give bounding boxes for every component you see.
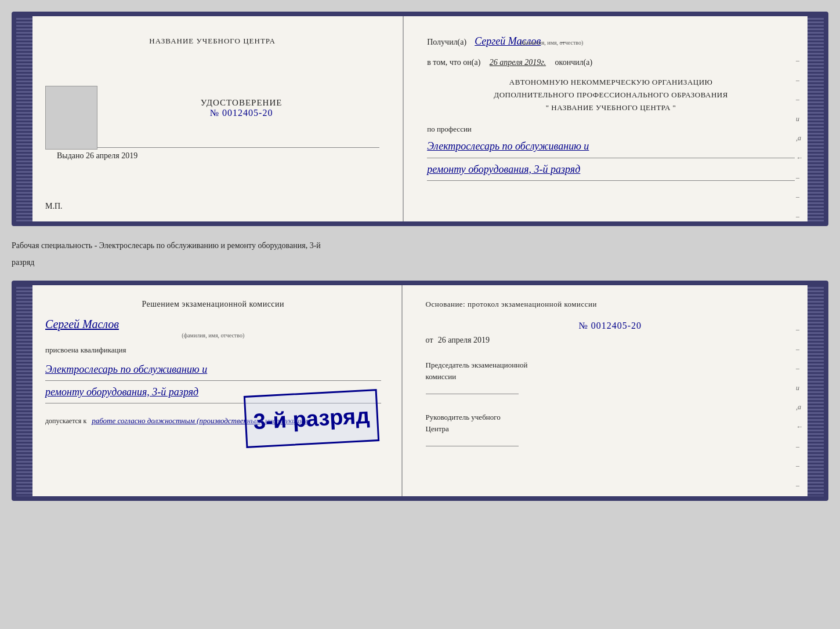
predsedatel-line2: комиссии	[426, 371, 795, 383]
org-line2: ДОПОЛНИТЕЛЬНОГО ПРОФЕССИОНАЛЬНОГО ОБРАЗО…	[427, 89, 795, 101]
org-line1: АВТОНОМНУЮ НЕКОММЕРЧЕСКУЮ ОРГАНИЗАЦИЮ	[427, 76, 795, 89]
v-tom-line: в том, что он(а) 26 апреля 2019г. окончи…	[427, 58, 795, 67]
dopuskaetsya-prefix: допускается к	[45, 417, 86, 425]
rukovoditel-signature-line	[426, 446, 519, 446]
v-tom-date: 26 апреля 2019г.	[490, 58, 546, 67]
qualification-line1: Электрослесарь по обслуживанию и	[45, 359, 381, 381]
right-edge-dashes: –––и,а←–––	[796, 51, 803, 226]
predsedatel-label: Председатель экзаменационной комиссии	[426, 359, 795, 394]
udostoverenie-label: УДОСТОВЕРЕНИЕ	[103, 98, 379, 108]
profession-line1: Электрослесарь по обслуживанию и	[427, 137, 795, 158]
rukovoditel-line2: Центра	[426, 423, 795, 435]
certificate-card-1: НАЗВАНИЕ УЧЕБНОГО ЦЕНТРА УДОСТОВЕРЕНИЕ №…	[12, 12, 828, 226]
vydano-date: 26 апреля 2019	[86, 151, 137, 160]
between-text: Рабочая специальность - Электрослесарь п…	[12, 237, 828, 270]
stamp-text: 3-й разряд	[252, 403, 370, 434]
poluchil-label: Получил(а)	[427, 38, 466, 46]
rukovoditel-label: Руководитель учебного Центра	[426, 412, 795, 446]
card2-left-panel: Решением экзаменационной комиссии Сергей…	[16, 285, 403, 496]
protocol-number: № 0012405-20	[426, 321, 795, 331]
udostoverenie-block: УДОСТОВЕРЕНИЕ № 0012405-20	[103, 98, 379, 118]
predsedatel-line1: Председатель экзаменационной	[426, 359, 795, 371]
predsedatel-signature-line	[426, 394, 519, 394]
profession-line2: ремонту оборудования, 3-й разряд	[427, 160, 795, 181]
card1-right-panel: Получил(а) Сергей Маслов – (фамилия, имя…	[404, 16, 824, 221]
vydano-label: Выдано	[57, 151, 84, 160]
center-title-1: НАЗВАНИЕ УЧЕБНОГО ЦЕНТРА	[45, 37, 379, 46]
rukovoditel-line1: Руководитель учебного	[426, 412, 795, 423]
po-professii-label: по профессии	[427, 125, 795, 134]
v-tom-label: в том, что он(а)	[427, 58, 480, 67]
name-handwritten2: Сергей Маслов	[45, 318, 381, 331]
poluchil-line: Получил(а) Сергей Маслов – (фамилия, имя…	[427, 31, 795, 48]
prisvoyena-label: присвоена квалификация	[45, 346, 381, 355]
udostoverenie-number: № 0012405-20	[103, 108, 379, 118]
stamp: 3-й разряд	[243, 389, 379, 448]
protocol-date: от 26 апреля 2019	[426, 336, 795, 345]
certificate-card-2: Решением экзаменационной комиссии Сергей…	[12, 281, 828, 501]
fio-label-1: (фамилия, имя, отчество)	[520, 39, 583, 46]
vydano-line: Выдано 26 апреля 2019	[57, 147, 379, 161]
name-block-2: Сергей Маслов (фамилия, имя, отчество)	[45, 318, 381, 339]
osnovanie-title: Основание: протокол экзаменационной коми…	[426, 300, 795, 309]
resheniem-title: Решением экзаменационной комиссии	[45, 300, 381, 309]
card2-right-edge-dashes: –––и,а←–––	[796, 320, 803, 495]
between-line2: разряд	[12, 253, 828, 270]
ot-label: от	[426, 336, 433, 344]
okonchil-label: окончил(а)	[555, 58, 593, 67]
fio-label2: (фамилия, имя, отчество)	[45, 332, 381, 339]
ot-date: 26 апреля 2019	[438, 336, 490, 344]
photo-placeholder	[45, 86, 97, 150]
org-block: АВТОНОМНУЮ НЕКОММЕРЧЕСКУЮ ОРГАНИЗАЦИЮ ДО…	[427, 76, 795, 114]
org-line3: " НАЗВАНИЕ УЧЕБНОГО ЦЕНТРА "	[427, 101, 795, 114]
card2-right-panel: Основание: протокол экзаменационной коми…	[403, 285, 824, 496]
card1-left-panel: НАЗВАНИЕ УЧЕБНОГО ЦЕНТРА УДОСТОВЕРЕНИЕ №…	[16, 16, 404, 221]
between-line1: Рабочая специальность - Электрослесарь п…	[12, 237, 828, 253]
mp-label: М.П.	[45, 202, 63, 211]
